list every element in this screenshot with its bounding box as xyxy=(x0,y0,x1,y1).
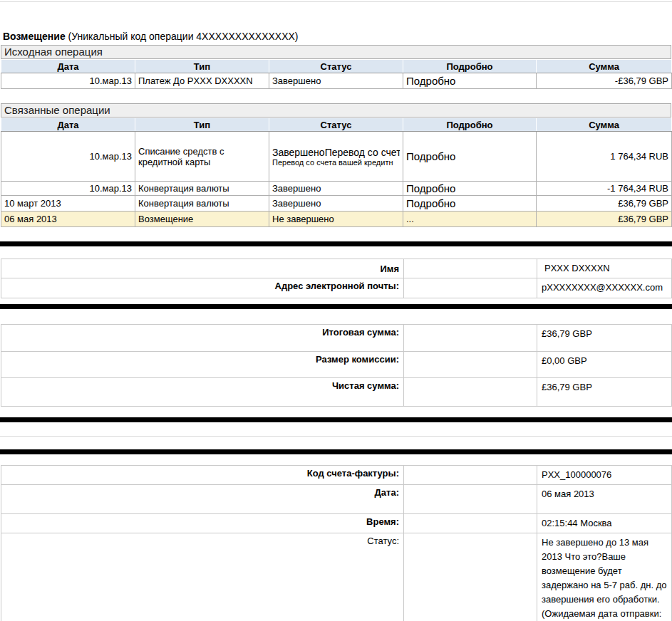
column-header-status: Статус xyxy=(269,118,403,132)
column-header-details: Подробно xyxy=(403,60,537,73)
column-header-type: Тип xyxy=(135,118,269,132)
net-amount-label: Чистая сумма: xyxy=(1,378,404,407)
section-divider-bar xyxy=(0,241,672,246)
cell-amount: £36,79 GBP xyxy=(537,196,672,212)
cell-status: Завершено xyxy=(269,73,403,89)
page-title-transaction-code: (Уникальный код операции 4XXXXXXXXXXXXXX… xyxy=(68,31,299,42)
status-secondary-text: Перевод со счета вашей кредитн xyxy=(272,158,400,167)
spacer-cell xyxy=(404,352,537,378)
cell-amount: £36,79 GBP xyxy=(537,212,672,227)
spacer-cell xyxy=(404,533,537,621)
detail-row: Чистая сумма: £36,79 GBP xyxy=(1,378,672,407)
spacer-cell xyxy=(404,466,537,485)
spacer-cell xyxy=(404,514,537,533)
section-divider-bar xyxy=(0,449,672,454)
column-header-date: Дата xyxy=(1,118,135,132)
column-header-amount: Сумма xyxy=(537,60,672,73)
cell-type: Списание средств с кредитной карты xyxy=(135,132,269,182)
cell-status: Завершено xyxy=(269,182,403,196)
cell-date: 10.мар.13 xyxy=(1,73,135,89)
spacer-cell xyxy=(404,259,537,278)
table-row: 10.мар.13 Конвертация валюты Завершено П… xyxy=(1,182,672,196)
spacer-cell xyxy=(404,378,537,407)
net-amount-value: £36,79 GBP xyxy=(537,378,672,407)
detail-row: Размер комиссии: £0,00 GBP xyxy=(1,352,672,378)
details-link[interactable]: Подробно xyxy=(403,196,537,212)
cell-status: Завершено xyxy=(269,196,403,212)
invoice-code-value: PXX_100000076 xyxy=(537,466,672,485)
invoice-status-value: Не завершено до 13 мая 2013 Что это?Ваше… xyxy=(537,533,672,621)
table-row-highlighted: 06 мая 2013 Возмещение Не завершено ... … xyxy=(1,212,672,227)
invoice-date-label: Дата: xyxy=(1,485,404,514)
section-divider-bar xyxy=(0,304,672,309)
table-row: 10 март 2013 Конвертация валюты Завершен… xyxy=(1,196,672,212)
cell-date: 10.мар.13 xyxy=(1,132,135,182)
cell-date: 10 март 2013 xyxy=(1,196,135,212)
total-amount-value: £36,79 GBP xyxy=(537,325,672,352)
page-title-main: Возмещение xyxy=(3,31,66,42)
related-operations-table: Дата Тип Статус Подробно Сумма 10.мар.13… xyxy=(1,118,672,227)
detail-row: Итоговая сумма: £36,79 GBP xyxy=(1,325,672,352)
details-link[interactable]: Подробно xyxy=(403,182,537,196)
original-operation-table: Дата Тип Статус Подробно Сумма 10.мар.13… xyxy=(1,59,672,89)
spacer-cell xyxy=(404,278,537,298)
cell-amount: -£36,79 GBP xyxy=(537,73,672,89)
detail-row: Дата: 06 мая 2013 xyxy=(1,485,672,514)
cell-type: Возмещение xyxy=(135,212,269,227)
detail-row: Время: 02:15:44 Москва xyxy=(1,514,672,533)
total-amount-label: Итоговая сумма: xyxy=(1,325,404,352)
spacer-cell xyxy=(404,325,537,352)
detail-row: Код счета-фактуры: PXX_100000076 xyxy=(1,466,672,485)
name-value: PXXX DXXXXN xyxy=(537,259,672,278)
cell-type: Конвертация валюты xyxy=(135,196,269,212)
column-header-status: Статус xyxy=(269,60,403,73)
detail-row: Имя PXXX DXXXXN xyxy=(1,259,672,278)
spacer-cell xyxy=(404,485,537,514)
related-operations-section-header: Связанные операции xyxy=(1,103,671,118)
details-link[interactable]: Подробно xyxy=(403,132,537,182)
cell-type: Конвертация валюты xyxy=(135,182,269,196)
fee-label: Размер комиссии: xyxy=(1,352,404,378)
fee-value: £0,00 GBP xyxy=(537,352,672,378)
details-link[interactable]: ... xyxy=(403,212,537,227)
detail-row: Статус: Не завершено до 13 мая 2013 Что … xyxy=(1,533,672,621)
column-header-details: Подробно xyxy=(403,118,537,132)
cell-type: Платеж До PXXX DXXXXN xyxy=(135,73,269,89)
invoice-code-label: Код счета-фактуры: xyxy=(1,466,404,485)
column-header-type: Тип xyxy=(135,60,269,73)
column-header-date: Дата xyxy=(1,60,135,73)
cell-status: ЗавершеноПеревод со счета Перевод со сче… xyxy=(269,132,403,182)
original-operation-section-header: Исходная операция xyxy=(1,45,671,59)
invoice-date-value: 06 мая 2013 xyxy=(537,485,672,514)
cell-date: 06 мая 2013 xyxy=(1,212,135,227)
column-header-amount: Сумма xyxy=(537,118,672,132)
status-primary-text: ЗавершеноПеревод со счета xyxy=(272,147,400,158)
invoice-status-label: Статус: xyxy=(1,533,404,621)
details-link[interactable]: Подробно xyxy=(403,73,537,89)
transaction-report-page: Возмещение (Уникальный код операции 4XXX… xyxy=(0,0,672,621)
cell-date: 10.мар.13 xyxy=(1,182,135,196)
table-row: 10.мар.13 Списание средств с кредитной к… xyxy=(1,132,672,182)
recipient-details-table: Имя PXXX DXXXXN Адрес электронной почты:… xyxy=(1,259,672,298)
email-value: pXXXXXXXX@XXXXXX.com xyxy=(537,278,672,298)
page-title: Возмещение (Уникальный код операции 4XXX… xyxy=(0,31,672,45)
invoice-time-value: 02:15:44 Москва xyxy=(537,514,672,533)
name-label: Имя xyxy=(1,259,404,278)
table-header-row: Дата Тип Статус Подробно Сумма xyxy=(1,118,672,132)
cell-amount: -1 764,34 RUB xyxy=(537,182,672,196)
table-row: 10.мар.13 Платеж До PXXX DXXXXN Завершен… xyxy=(1,73,672,89)
cell-amount: 1 764,34 RUB xyxy=(537,132,672,182)
invoice-time-label: Время: xyxy=(1,514,404,533)
section-divider-bar xyxy=(0,417,672,422)
amounts-table: Итоговая сумма: £36,79 GBP Размер комисс… xyxy=(1,324,672,407)
cell-status: Не завершено xyxy=(269,212,403,227)
email-label: Адрес электронной почты: xyxy=(1,278,404,298)
detail-row: Адрес электронной почты: pXXXXXXXX@XXXXX… xyxy=(1,278,672,298)
invoice-details-table: Код счета-фактуры: PXX_100000076 Дата: 0… xyxy=(1,465,672,621)
table-header-row: Дата Тип Статус Подробно Сумма xyxy=(1,60,672,73)
